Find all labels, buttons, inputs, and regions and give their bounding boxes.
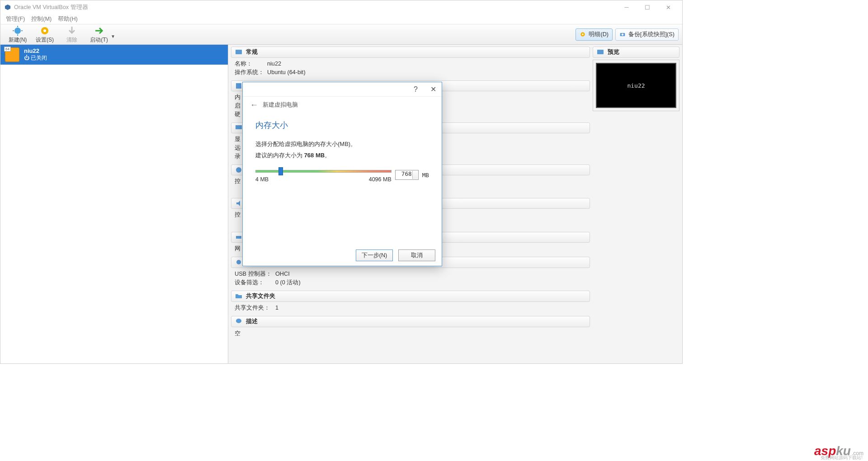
vm-os-icon: [5, 47, 19, 62]
memory-slider[interactable]: [255, 167, 392, 175]
svg-point-18: [236, 319, 241, 323]
network-icon: [235, 234, 242, 241]
section-general[interactable]: 常规: [231, 47, 590, 58]
vm-list: niu22 ⏻ 已关闭: [0, 45, 228, 363]
slider-min: 4 MB: [255, 176, 269, 183]
settings-button[interactable]: 设置(S): [31, 25, 58, 44]
svg-rect-12: [236, 50, 242, 54]
titlebar: Oracle VM VirtualBox 管理器 ─ ☐ ✕: [0, 0, 682, 14]
chevron-down-icon[interactable]: ▼: [111, 30, 115, 39]
vm-list-item[interactable]: niu22 ⏻ 已关闭: [0, 45, 228, 65]
next-button[interactable]: 下一步(N): [356, 249, 393, 261]
back-button[interactable]: ←: [250, 100, 258, 110]
usb-icon: [235, 259, 242, 266]
dialog-breadcrumb: 新建虚拟电脑: [263, 101, 298, 109]
toolbar: 新建(N) 设置(S) 清除 启动(T) ▼ 明细(D) 备份[系统快照](S): [0, 24, 682, 45]
chip-icon: [235, 82, 242, 89]
slider-max: 4096 MB: [369, 176, 392, 183]
slider-thumb[interactable]: [278, 167, 283, 175]
snapshots-tab[interactable]: 备份[系统快照](S): [615, 28, 679, 41]
svg-point-11: [622, 33, 624, 36]
arrow-right-icon: [94, 25, 104, 36]
sun-icon: [12, 25, 23, 36]
help-button[interactable]: ?: [414, 85, 418, 94]
create-vm-dialog: ? ✕ ← 新建虚拟电脑 内存大小 选择分配给虚拟电脑的内存大小(MB)。 建议…: [242, 82, 442, 266]
memory-unit: MB: [422, 172, 429, 179]
gear-icon: [39, 25, 50, 36]
svg-rect-13: [236, 83, 241, 89]
svg-point-9: [582, 33, 584, 35]
dialog-titlebar: ? ✕: [243, 82, 442, 97]
bubble-icon: [235, 318, 242, 325]
svg-point-17: [236, 260, 241, 264]
watermark-sub: 免费网站源码下载站!: [821, 455, 863, 461]
svg-point-7: [43, 29, 46, 32]
menubar: 管理(F) 控制(M) 帮助(H): [0, 14, 682, 24]
cancel-button[interactable]: 取消: [398, 249, 435, 261]
maximize-button[interactable]: ☐: [637, 0, 658, 14]
window-title: Oracle VM VirtualBox 管理器: [14, 4, 88, 11]
preview-box: niu22: [593, 60, 679, 111]
vm-name: niu22: [24, 47, 47, 54]
svg-rect-14: [236, 125, 242, 129]
svg-marker-0: [5, 5, 10, 10]
monitor-icon: [597, 49, 604, 56]
display-icon: [235, 124, 242, 132]
folder-icon: [235, 292, 242, 300]
new-button[interactable]: 新建(N): [4, 25, 31, 44]
details-tab[interactable]: 明细(D): [576, 28, 613, 41]
svg-rect-16: [236, 236, 241, 239]
discard-button[interactable]: 清除: [58, 25, 85, 44]
section-preview: 预览: [593, 47, 679, 58]
minimize-button[interactable]: ─: [616, 0, 637, 14]
monitor-icon: [235, 49, 242, 56]
gear-icon: [580, 31, 586, 38]
memory-spinbox[interactable]: 768: [395, 170, 419, 180]
section-shared-folders[interactable]: 共享文件夹: [231, 291, 590, 302]
camera-icon: [619, 31, 626, 38]
dialog-close-button[interactable]: ✕: [430, 85, 436, 94]
vm-state: ⏻ 已关闭: [24, 54, 47, 62]
section-description[interactable]: 描述: [231, 316, 590, 327]
close-button[interactable]: ✕: [658, 0, 679, 14]
svg-point-1: [14, 28, 21, 34]
menu-manage[interactable]: 管理(F): [4, 14, 27, 24]
dialog-title: 内存大小: [255, 120, 429, 131]
start-button[interactable]: 启动(T): [85, 25, 113, 44]
app-icon: [4, 4, 11, 11]
svg-point-15: [236, 167, 241, 173]
menu-help[interactable]: 帮助(H): [56, 14, 80, 24]
arrow-down-icon: [66, 25, 77, 36]
disk-icon: [235, 166, 242, 174]
menu-control[interactable]: 控制(M): [29, 14, 53, 24]
svg-rect-19: [597, 50, 604, 54]
audio-icon: [235, 200, 242, 207]
preview-screen: niu22: [596, 63, 676, 108]
